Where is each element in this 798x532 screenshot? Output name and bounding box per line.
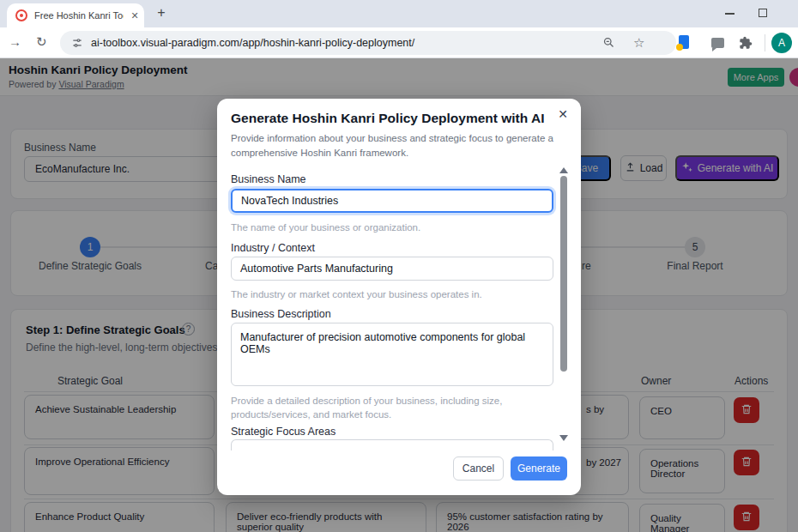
modal-scrollbar-thumb[interactable] bbox=[560, 176, 567, 372]
generate-button[interactable]: Generate bbox=[511, 456, 567, 481]
forward-icon[interactable]: → bbox=[9, 34, 21, 49]
reload-icon[interactable]: ↻ bbox=[36, 34, 47, 50]
bookmark-star-icon[interactable]: ☆ bbox=[633, 35, 644, 51]
modal-business-name-help: The name of your business or organizatio… bbox=[231, 221, 540, 234]
tab-title: Free Hoshin Kanri Tool: Plan & I bbox=[34, 10, 124, 21]
modal-description-textarea[interactable]: Manufacturer of precision automotive com… bbox=[231, 323, 553, 386]
modal-subtitle: Provide information about your business … bbox=[231, 131, 553, 160]
close-tab-icon[interactable]: ✕ bbox=[129, 9, 141, 21]
browser-chrome: Free Hoshin Kanri Tool: Plan & I ✕ + → ↻… bbox=[0, 0, 798, 58]
close-icon[interactable]: ✕ bbox=[555, 106, 571, 122]
docs-extension-icon[interactable] bbox=[679, 35, 689, 49]
generate-ai-modal: ✕ Generate Hoshin Kanri Policy Deploymen… bbox=[217, 99, 581, 495]
modal-industry-input[interactable]: Automotive Parts Manufacturing bbox=[231, 257, 553, 281]
comment-icon[interactable] bbox=[711, 38, 724, 48]
scroll-up-icon[interactable] bbox=[559, 167, 568, 173]
favicon-icon bbox=[15, 9, 27, 21]
modal-industry-label: Industry / Context bbox=[231, 242, 315, 254]
browser-profile-avatar[interactable]: A bbox=[771, 33, 792, 53]
modal-description-help: Provide a detailed description of your b… bbox=[231, 394, 540, 421]
modal-focus-areas-label: Strategic Focus Areas bbox=[231, 426, 336, 438]
browser-tab[interactable]: Free Hoshin Kanri Tool: Plan & I ✕ bbox=[7, 3, 144, 27]
zoom-out-icon[interactable] bbox=[602, 36, 615, 52]
modal-focus-areas-input[interactable] bbox=[231, 439, 553, 450]
toolbar-separator bbox=[765, 34, 765, 51]
url-bar[interactable]: ai-toolbox.visual-paradigm.com/app/hoshi… bbox=[60, 31, 676, 55]
scroll-down-icon[interactable] bbox=[559, 435, 568, 441]
modal-title: Generate Hoshin Kanri Policy Deployment … bbox=[231, 111, 544, 126]
modal-industry-help: The industry or market context your busi… bbox=[231, 287, 540, 301]
new-tab-button[interactable]: + bbox=[153, 4, 170, 21]
window-maximize-button[interactable] bbox=[759, 9, 767, 17]
site-settings-icon[interactable] bbox=[71, 37, 83, 52]
tab-strip: Free Hoshin Kanri Tool: Plan & I ✕ + bbox=[0, 0, 798, 27]
modal-business-name-label: Business Name bbox=[231, 173, 306, 185]
browser-toolbar: → ↻ ai-toolbox.visual-paradigm.com/app/h… bbox=[0, 27, 798, 58]
url-text: ai-toolbox.visual-paradigm.com/app/hoshi… bbox=[91, 37, 414, 49]
modal-business-name-input[interactable]: NovaTech Industries bbox=[231, 189, 553, 213]
screen: Free Hoshin Kanri Tool: Plan & I ✕ + → ↻… bbox=[0, 0, 798, 532]
cancel-button[interactable]: Cancel bbox=[453, 456, 504, 481]
modal-description-label: Business Description bbox=[231, 308, 331, 320]
extensions-puzzle-icon[interactable] bbox=[739, 36, 753, 53]
window-minimize-button[interactable] bbox=[725, 13, 735, 15]
